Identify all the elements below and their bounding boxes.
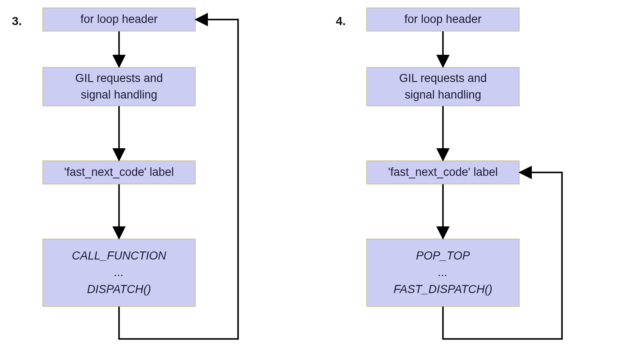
box-text: 'fast_next_code' label: [388, 164, 498, 181]
box-fast-next-code: 'fast_next_code' label: [43, 161, 196, 184]
box-text: GIL requests and: [399, 70, 487, 87]
box-text: ...: [438, 264, 448, 281]
box-gil-signal: GIL requests and signal handling: [43, 67, 196, 106]
box-for-loop-header: for loop header: [366, 8, 519, 31]
box-gil-signal: GIL requests and signal handling: [366, 67, 519, 106]
box-dispatch: CALL_FUNCTION ... DISPATCH(): [43, 239, 196, 307]
diagram-3: 3. for loop header GIL requests and sign…: [0, 0, 315, 364]
box-fast-dispatch: POP_TOP ... FAST_DISPATCH(): [366, 239, 519, 307]
box-text: signal handling: [405, 87, 481, 103]
box-text: signal handling: [81, 87, 157, 103]
box-text: CALL_FUNCTION: [72, 248, 166, 264]
box-text: DISPATCH(): [87, 281, 151, 298]
diagram-number-4: 4.: [336, 14, 346, 28]
box-text: POP_TOP: [416, 248, 470, 264]
box-text: for loop header: [404, 11, 482, 28]
box-text: 'fast_next_code' label: [64, 164, 174, 181]
box-text: GIL requests and: [75, 70, 163, 87]
box-text: FAST_DISPATCH(): [394, 281, 493, 298]
box-fast-next-code: 'fast_next_code' label: [366, 161, 519, 184]
box-for-loop-header: for loop header: [43, 8, 196, 31]
diagram-number-3: 3.: [12, 14, 22, 28]
box-text: for loop header: [80, 11, 158, 28]
box-text: ...: [114, 264, 124, 281]
diagram-4: 4. for loop header GIL requests and sign…: [332, 0, 629, 364]
